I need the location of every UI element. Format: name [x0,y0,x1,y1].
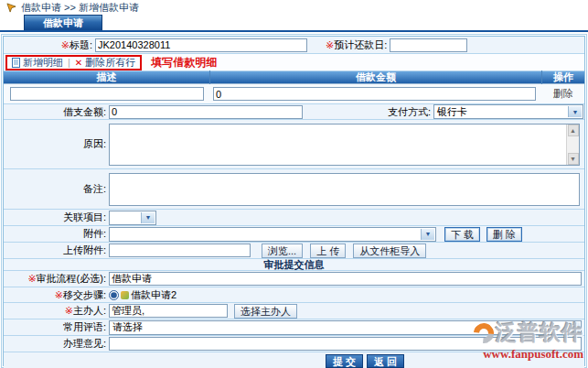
attachment-delete-button[interactable]: 删 除 [486,227,522,242]
breadcrumb: 借款申请 >> 新增借款申请 [0,0,588,15]
back-button[interactable]: 返 回 [367,354,404,368]
row-opinion: 办理意见: [4,336,584,352]
detail-table-row: 删除 [4,84,584,104]
organizer-label: ※主办人: [4,304,109,318]
delete-x-icon: ✕ [75,58,82,68]
reason-textarea[interactable] [109,124,580,166]
browse-button[interactable]: 浏览... [262,244,303,258]
repay-date-label: ※预计还款日: [326,38,390,52]
title-input[interactable] [95,38,307,52]
common-comment-label: 常用评语: [4,320,109,334]
upload-label: 上传附件: [4,244,109,257]
required-mark: ※ [55,289,63,300]
attachment-label: 附件: [4,227,109,241]
add-detail-button[interactable]: 新增明细 [12,56,63,70]
download-button[interactable]: 下 载 [444,227,480,242]
fill-detail-hint: 填写借款明细 [151,55,217,70]
row-reason: 原因: ▲ ▼ [4,120,584,169]
payment-method-select[interactable]: 银行卡 ▼ [433,104,583,119]
form-frame: ※标题: ※预计还款日: 新增明细 | ✕ 删除所有行 填写借款明细 描述 借款… [1,34,587,368]
row-amount-payment: 借支金额: 支付方式: 银行卡 ▼ [4,104,584,120]
tab-loan-application[interactable]: 借款申请 [24,15,102,30]
related-project-label: 关联项目: [4,211,109,224]
organizer-input[interactable] [109,304,228,318]
reason-label: 原因: [4,137,109,151]
opinion-label: 办理意见: [4,337,109,351]
step-icon [121,291,129,299]
row-remark: 备注: [4,169,584,210]
row-footer-buttons: 提 交 返 回 [4,352,584,368]
repay-date-input[interactable] [390,38,467,52]
approval-flow-label: ※审批流程(必选): [4,272,109,286]
detail-description-input[interactable] [10,87,204,101]
tab-bar: 借款申请 [0,15,588,32]
transfer-step-radio[interactable] [109,290,119,300]
col-description: 描述 [4,70,210,84]
chevron-down-icon: ▼ [421,229,434,240]
import-from-cabinet-button[interactable]: 从文件柜导入 [353,244,426,258]
breadcrumb-text: 借款申请 >> 新增借款申请 [21,1,139,15]
scroll-down-icon[interactable]: ▼ [568,153,579,165]
transfer-step-label: ※移交步骤: [4,288,109,302]
document-icon [12,58,20,68]
required-mark: ※ [61,39,69,50]
transfer-step-option: 借款申请2 [131,288,176,302]
row-organizer: ※主办人: 选择主办人 [4,303,584,319]
loan-amount-input[interactable] [109,105,303,119]
opinion-input[interactable] [109,337,582,351]
related-project-select[interactable]: ▼ [109,211,156,225]
row-related-project: 关联项目: ▼ [4,210,584,226]
required-mark: ※ [65,305,73,316]
payment-method-label: 支付方式: [388,105,433,119]
delete-all-rows-button[interactable]: ✕ 删除所有行 [75,56,135,70]
toolbar-separator: | [68,57,70,68]
row-attachment: 附件: ▼ 下 载 删 除 [4,226,584,243]
approval-flow-input[interactable] [109,272,582,286]
scroll-up-icon[interactable]: ▲ [568,124,579,136]
reason-scrollbar[interactable]: ▲ ▼ [566,124,579,165]
chevron-down-icon: ▼ [568,106,582,117]
upload-button[interactable]: 上 传 [310,244,346,258]
col-loan-amount: 借款金额 [210,70,542,84]
col-operation: 操作 [542,70,584,84]
choose-organizer-button[interactable]: 选择主办人 [234,304,297,319]
detail-amount-input[interactable] [213,87,536,101]
remark-label: 备注: [4,182,109,196]
loan-application-form: ※标题: ※预计还款日: 新增明细 | ✕ 删除所有行 填写借款明细 描述 借款… [3,36,585,366]
attachment-select[interactable]: ▼ [109,227,436,242]
loan-amount-label: 借支金额: [4,105,109,119]
required-mark: ※ [326,39,334,50]
common-comment-select[interactable]: 请选择 ▼ [109,320,582,335]
approval-section-title: 审批提交信息 [4,259,584,271]
row-delete-link[interactable]: 删除 [553,88,573,99]
upload-file-input[interactable] [109,244,251,257]
chevron-down-icon: ▼ [566,322,580,333]
toolbar-highlight-box: 新增明细 | ✕ 删除所有行 [5,55,142,70]
remark-textarea[interactable] [109,173,580,206]
row-transfer-step: ※移交步骤: 借款申请2 [4,287,584,303]
detail-toolbar: 新增明细 | ✕ 删除所有行 填写借款明细 [4,54,584,71]
detail-table-header: 描述 借款金额 操作 [4,71,584,84]
chevron-down-icon: ▼ [141,212,155,223]
submit-button[interactable]: 提 交 [326,354,363,368]
row-common-comment: 常用评语: 请选择 ▼ [4,319,584,336]
row-approval-flow: ※审批流程(必选): [4,271,584,287]
required-mark: ※ [27,273,36,284]
title-label: ※标题: [4,38,95,52]
cursor-arrow-icon [6,3,16,13]
row-upload: 上传附件: 浏览... 上 传 从文件柜导入 [4,243,584,259]
row-title: ※标题: ※预计还款日: [4,37,584,54]
